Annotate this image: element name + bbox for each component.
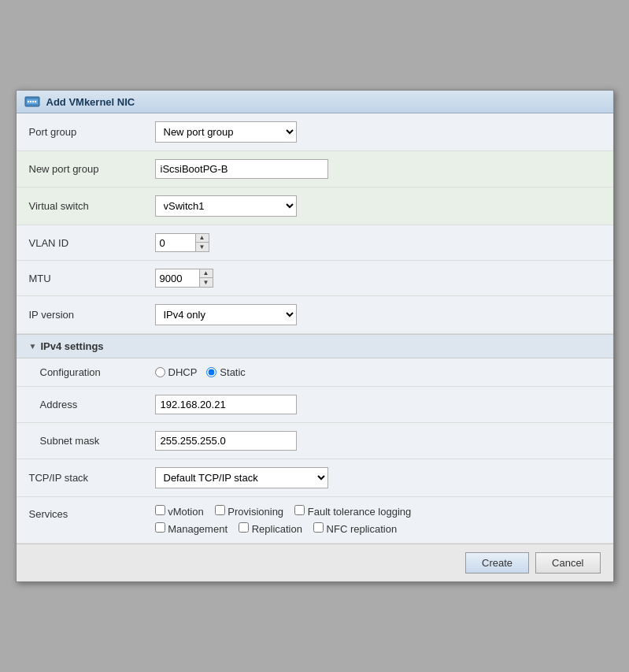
services-row-1: vMotion Provisioning Fault tolerance log… — [155, 505, 601, 518]
static-radio[interactable] — [206, 367, 216, 377]
services-checkboxes: vMotion Provisioning Fault tolerance log… — [155, 505, 601, 535]
port-group-row: Port group New port group Existing port … — [17, 113, 613, 151]
mtu-row: MTU ▲ ▼ — [17, 261, 613, 296]
dhcp-radio-label[interactable]: DHCP — [155, 366, 198, 378]
fault-tolerance-checkbox[interactable] — [294, 505, 305, 515]
new-port-group-label: New port group — [17, 151, 142, 187]
management-label: Management — [168, 523, 228, 535]
fault-tolerance-checkbox-label[interactable]: Fault tolerance logging — [294, 505, 411, 518]
provisioning-checkbox[interactable] — [215, 505, 225, 515]
port-group-select[interactable]: New port group Existing port group — [155, 121, 297, 143]
ipv4-section-header[interactable]: ▼ IPv4 settings — [17, 334, 613, 358]
provisioning-label: Provisioning — [228, 506, 283, 518]
svg-rect-3 — [30, 101, 31, 102]
vmotion-checkbox[interactable] — [155, 505, 165, 515]
services-row: Services vMotion Provisioning — [17, 497, 613, 544]
address-label: Address — [17, 387, 142, 423]
vlan-id-spinner: ▲ ▼ — [155, 233, 209, 252]
address-control — [142, 387, 613, 423]
ip-version-label: IP version — [17, 296, 142, 334]
management-checkbox[interactable] — [155, 522, 165, 533]
vmotion-label: vMotion — [168, 506, 204, 518]
mtu-spinner-buttons: ▲ ▼ — [199, 269, 213, 287]
svg-rect-5 — [35, 101, 36, 102]
replication-checkbox-label[interactable]: Replication — [239, 522, 302, 535]
ip-version-row: IP version IPv4 only IPv6 only IPv4 and … — [17, 296, 613, 334]
dhcp-label: DHCP — [168, 366, 198, 378]
vlan-id-spinner-buttons: ▲ ▼ — [195, 234, 209, 251]
tcp-ip-stack-label: TCP/IP stack — [17, 459, 142, 497]
mtu-label: MTU — [17, 261, 142, 296]
form-table: Port group New port group Existing port … — [17, 113, 613, 334]
provisioning-checkbox-label[interactable]: Provisioning — [215, 505, 283, 518]
new-port-group-control — [142, 151, 613, 187]
nfc-replication-label: NFC replication — [327, 523, 398, 535]
vlan-id-increment-button[interactable]: ▲ — [196, 234, 209, 243]
address-row: Address — [17, 387, 613, 423]
fault-tolerance-label: Fault tolerance logging — [308, 506, 412, 518]
dialog: Add VMkernel NIC Port group New port gro… — [16, 90, 614, 582]
mtu-spinner: ▲ ▼ — [155, 269, 213, 288]
title-bar: Add VMkernel NIC — [17, 91, 613, 113]
static-radio-label[interactable]: Static — [206, 366, 246, 378]
configuration-radio-group: DHCP Static — [155, 366, 601, 378]
vlan-id-control: ▲ ▼ — [142, 225, 613, 261]
configuration-label: Configuration — [17, 358, 142, 387]
svg-rect-2 — [28, 101, 29, 102]
mtu-increment-button[interactable]: ▲ — [200, 269, 213, 278]
vlan-id-label: VLAN ID — [17, 225, 142, 261]
address-input[interactable] — [155, 395, 297, 414]
vlan-id-row: VLAN ID ▲ ▼ — [17, 225, 613, 261]
svg-rect-4 — [32, 101, 34, 102]
new-port-group-input[interactable] — [155, 159, 328, 179]
vlan-id-input[interactable] — [156, 235, 195, 251]
virtual-switch-control: vSwitch0 vSwitch1 vSwitch2 — [142, 187, 613, 225]
new-port-group-row: New port group — [17, 151, 613, 187]
vlan-id-decrement-button[interactable]: ▼ — [196, 243, 209, 251]
replication-label: Replication — [252, 523, 302, 535]
ip-version-control: IPv4 only IPv6 only IPv4 and IPv6 — [142, 296, 613, 334]
virtual-switch-select[interactable]: vSwitch0 vSwitch1 vSwitch2 — [155, 195, 297, 217]
dhcp-radio[interactable] — [155, 367, 165, 377]
cancel-button[interactable]: Cancel — [535, 552, 600, 574]
subnet-mask-input[interactable] — [155, 431, 297, 451]
ipv4-form-table: Configuration DHCP Static — [17, 358, 613, 544]
subnet-mask-label: Subnet mask — [17, 423, 142, 459]
ip-version-select[interactable]: IPv4 only IPv6 only IPv4 and IPv6 — [155, 304, 297, 325]
configuration-row: Configuration DHCP Static — [17, 358, 613, 387]
nic-icon — [24, 95, 40, 108]
replication-checkbox[interactable] — [239, 522, 249, 533]
port-group-control: New port group Existing port group — [142, 113, 613, 151]
services-label: Services — [17, 497, 142, 544]
mtu-control: ▲ ▼ — [142, 261, 613, 296]
tcp-ip-stack-select[interactable]: Default TCP/IP stack vMotion TCP/IP stac… — [155, 467, 328, 488]
mtu-decrement-button[interactable]: ▼ — [200, 278, 213, 287]
subnet-mask-control — [142, 423, 613, 459]
dialog-title: Add VMkernel NIC — [46, 96, 135, 108]
nfc-replication-checkbox-label[interactable]: NFC replication — [313, 522, 397, 535]
virtual-switch-label: Virtual switch — [17, 187, 142, 225]
management-checkbox-label[interactable]: Management — [155, 522, 228, 535]
mtu-input[interactable] — [156, 270, 199, 287]
dialog-footer: Create Cancel — [17, 544, 613, 581]
configuration-control: DHCP Static — [142, 358, 613, 387]
services-row-2: Management Replication NFC replication — [155, 522, 601, 535]
tcp-ip-stack-row: TCP/IP stack Default TCP/IP stack vMotio… — [17, 459, 613, 497]
port-group-label: Port group — [17, 113, 142, 151]
static-label: Static — [220, 366, 246, 378]
virtual-switch-row: Virtual switch vSwitch0 vSwitch1 vSwitch… — [17, 187, 613, 225]
nfc-replication-checkbox[interactable] — [313, 522, 324, 533]
create-button[interactable]: Create — [465, 552, 529, 574]
form-body: Port group New port group Existing port … — [17, 113, 613, 544]
services-control: vMotion Provisioning Fault tolerance log… — [142, 497, 613, 544]
tcp-ip-stack-control: Default TCP/IP stack vMotion TCP/IP stac… — [142, 459, 613, 497]
vmotion-checkbox-label[interactable]: vMotion — [155, 505, 204, 518]
ipv4-section-label: IPv4 settings — [40, 340, 103, 352]
collapse-arrow-icon: ▼ — [29, 342, 37, 351]
subnet-mask-row: Subnet mask — [17, 423, 613, 459]
